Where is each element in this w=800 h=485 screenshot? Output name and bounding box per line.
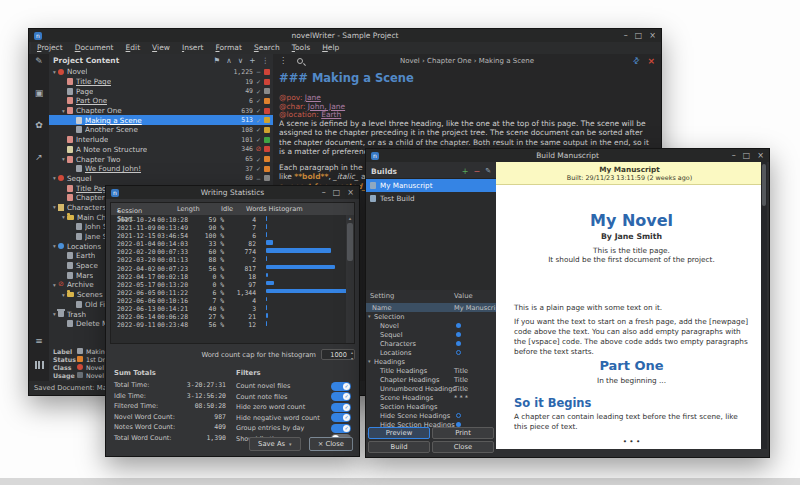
setting-title-headings[interactable]: Title HeadingsTitle — [366, 366, 496, 375]
menu-document[interactable]: Document — [69, 42, 120, 54]
menu-tools[interactable]: Tools — [286, 42, 316, 54]
save-as-button[interactable]: Save As▾ — [249, 437, 301, 451]
document-menu-icon[interactable]: ⋮ — [279, 56, 287, 65]
session-row[interactable]: 2022-06-0500:11:226 %1,344 — [111, 288, 346, 296]
expander-icon[interactable]: ▾ — [60, 292, 67, 298]
bookmark-icon[interactable]: ⚑ — [213, 56, 220, 65]
setting-sequel[interactable]: Sequel — [366, 330, 496, 339]
expander-icon[interactable]: ▾ — [60, 108, 67, 114]
session-row[interactable]: 2022-09-1100:23:4856 %12 — [111, 320, 346, 328]
setting-unnumbered-headings[interactable]: Unnumbered HeadingsTitle — [366, 384, 496, 393]
check-icon[interactable]: ✓ — [253, 126, 264, 133]
edit-build-icon[interactable]: ✎ — [485, 167, 491, 176]
setting-scene-headings[interactable]: Scene Headings* * * — [366, 393, 496, 402]
menu-insert[interactable]: Insert — [176, 42, 210, 54]
project-documents-icon[interactable]: ▣ — [29, 88, 49, 98]
minimize-icon[interactable]: – — [322, 186, 326, 199]
expander-icon[interactable]: ▾ — [51, 175, 58, 181]
setting-section-headings[interactable]: Section Headings — [366, 402, 496, 411]
novel-rosette-icon[interactable]: ✿ — [29, 120, 49, 130]
close-document-icon[interactable]: × — [647, 56, 655, 66]
close-button[interactable]: Close — [432, 441, 494, 453]
print-button[interactable]: Print — [432, 427, 494, 439]
check-icon[interactable]: ✓ — [253, 165, 264, 172]
session-row[interactable]: 2022-05-1700:13:200 %97 — [111, 280, 346, 288]
tree-item-a-note-on-structure[interactable]: A Note on Structure346⊘ — [49, 145, 273, 155]
tree-item-interlude[interactable]: Interlude101✓ — [49, 135, 273, 145]
check-icon[interactable]: ✓ — [253, 78, 264, 85]
session-row[interactable]: 2022-02-2000:07:3360 %774 — [111, 247, 346, 255]
tree-item-making-a-scene[interactable]: Making a Scene513✓ — [49, 115, 273, 125]
check-icon[interactable]: ✓ — [253, 136, 264, 143]
add-item-icon[interactable]: + — [249, 56, 255, 65]
tree-item-another-scene[interactable]: Another Scene108✓ — [49, 125, 273, 135]
close-icon[interactable]: × — [757, 149, 764, 162]
cross-icon[interactable]: ⊘ — [253, 145, 264, 153]
tree-item-page[interactable]: Page49✓ — [49, 86, 273, 96]
tree-item-chapter-one[interactable]: ▾Chapter One639✓ — [49, 106, 273, 116]
session-row[interactable]: 2022-06-0600:10:167 %4 — [111, 296, 346, 304]
sessions-table-header[interactable]: Session Start ▴ Length Idle Words Histog… — [111, 203, 354, 215]
toggle-switch[interactable]: ✓ — [331, 403, 351, 412]
session-row[interactable]: 2022-01-0400:14:0333 %82 — [111, 239, 346, 247]
session-row[interactable]: 2021-10-2400:10:2859 %4 — [111, 215, 346, 223]
check-icon[interactable]: ✓ — [253, 88, 264, 95]
add-build-icon[interactable]: + — [462, 167, 469, 176]
setting-selection[interactable]: ▾Selection — [366, 312, 496, 321]
move-up-icon[interactable]: ∧ — [226, 56, 232, 65]
minimize-icon[interactable]: – — [732, 149, 736, 162]
move-down-icon[interactable]: ∨ — [238, 56, 244, 65]
expander-icon[interactable]: ▾ — [51, 69, 58, 75]
remove-build-icon[interactable]: − — [473, 167, 480, 176]
close-icon[interactable]: × — [649, 29, 656, 42]
toggle-switch[interactable]: ✓ — [331, 382, 351, 391]
close-button[interactable]: × Close — [309, 437, 353, 451]
check-icon[interactable]: ✓ — [253, 156, 264, 163]
session-row[interactable]: 2022-04-0200:07:2356 %817 — [111, 264, 346, 272]
setting-name[interactable]: NameMy Manuscript — [366, 303, 496, 312]
setting-characters[interactable]: Characters — [366, 339, 496, 348]
tree-item-chapter-two[interactable]: ▾Chapter Two65✓ — [49, 154, 273, 164]
close-icon[interactable]: × — [347, 186, 354, 199]
maximize-icon[interactable]: □ — [635, 29, 643, 42]
spinner-arrows-icon[interactable]: ▴▾ — [351, 350, 353, 361]
minimize-icon[interactable]: – — [624, 29, 628, 42]
build-item-test-build[interactable]: Test Build — [366, 192, 496, 205]
tree-item-sequel[interactable]: ▾Sequel60− — [49, 174, 273, 184]
check-icon[interactable]: ✓ — [253, 97, 264, 104]
expander-icon[interactable]: ▾ — [51, 204, 58, 210]
setting-hide-scene-headings[interactable]: Hide Scene Headings — [366, 411, 496, 420]
table-scrollbar[interactable]: ▴ — [346, 215, 354, 343]
session-row[interactable]: 2021-11-0900:13:4990 %7 — [111, 223, 346, 231]
maximize-document-icon[interactable]: ⇄ — [631, 55, 642, 66]
session-row[interactable]: 2021-12-1503:46:54100 %6 — [111, 231, 346, 239]
build-item-my-manuscript[interactable]: My Manuscript — [366, 179, 496, 192]
setting-headings[interactable]: ▾Headings — [366, 357, 496, 366]
preview-button[interactable]: Preview — [368, 427, 430, 439]
expander-icon[interactable]: ▾ — [60, 156, 67, 162]
tree-item-part-one[interactable]: Part One6✓ — [49, 96, 273, 106]
minus-icon[interactable]: − — [253, 68, 264, 75]
stats-titlebar[interactable]: n Writing Statistics – □ × — [106, 186, 359, 199]
expander-icon[interactable]: ▾ — [51, 282, 58, 288]
expander-icon[interactable]: ▾ — [60, 214, 67, 220]
main-titlebar[interactable]: n novelWriter - Sample Project – □ × — [29, 29, 661, 42]
maximize-icon[interactable]: □ — [333, 186, 341, 199]
session-row[interactable]: 2022-04-1700:02:180 %18 — [111, 272, 346, 280]
histogram-cap-input[interactable]: 1000▴▾ — [321, 349, 355, 360]
writing-stats-icon[interactable] — [29, 361, 49, 371]
tree-item-novel[interactable]: ▾Novel1,225− — [49, 67, 273, 77]
expander-icon[interactable]: ▾ — [368, 313, 371, 319]
tree-item-we-found-john[interactable]: We Found John!37✓ — [49, 164, 273, 174]
setting-chapter-headings[interactable]: Chapter HeadingsTitle — [366, 375, 496, 384]
menu-help[interactable]: Help — [316, 42, 345, 54]
menu-project[interactable]: Project — [31, 42, 69, 54]
session-row[interactable]: 2022-06-1300:14:2140 %3 — [111, 304, 346, 312]
search-icon[interactable] — [297, 58, 303, 64]
maximize-icon[interactable]: □ — [743, 149, 751, 162]
toggle-switch[interactable]: ✓ — [331, 424, 351, 433]
session-row[interactable]: 2022-03-2000:01:1388 %2 — [111, 255, 346, 263]
build-titlebar[interactable]: n Build Manuscript – □ × — [366, 149, 769, 162]
expander-icon[interactable]: ▾ — [51, 311, 58, 317]
expander-icon[interactable]: ▾ — [51, 243, 58, 249]
